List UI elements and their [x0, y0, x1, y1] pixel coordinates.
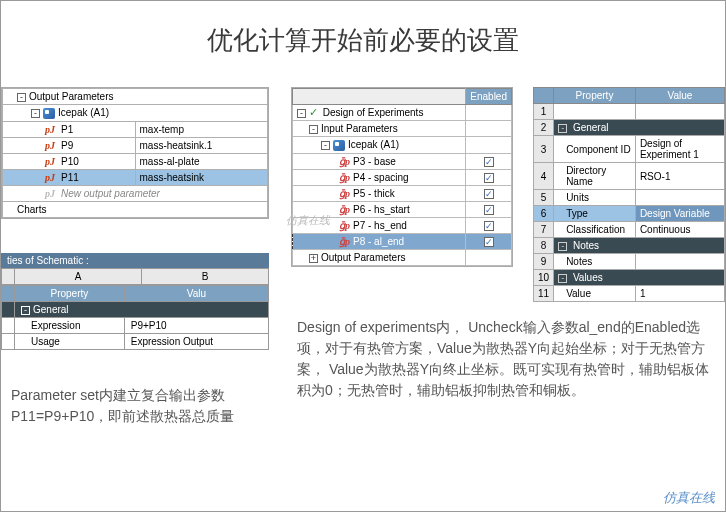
section-general[interactable]: - General [554, 120, 725, 136]
enabled-checkbox[interactable] [484, 173, 494, 183]
check-icon: ✓ [309, 107, 320, 118]
right-caption: Design of experiments内， Uncheck输入参数al_en… [297, 317, 711, 401]
prop-row-selected[interactable]: 6TypeDesign Variable [534, 206, 725, 222]
charts-row[interactable]: Charts [3, 201, 268, 217]
param-icon: pJ [45, 140, 58, 151]
param-row[interactable]: pJP9mass-heatsink.1 [3, 137, 268, 153]
doe-root[interactable]: -✓ Design of Experiments [293, 105, 466, 121]
param-icon: pJ [45, 172, 58, 183]
doe-param-row[interactable]: ḡpP4 - spacing [293, 169, 512, 185]
schematic-properties-panel: ties of Schematic : A B PropertyValu -Ge… [1, 253, 269, 350]
general-section[interactable]: -General [15, 302, 269, 318]
prop-row[interactable]: 5Units [534, 190, 725, 206]
param-icon: ḡp [339, 156, 350, 167]
enabled-checkbox[interactable] [484, 237, 494, 247]
value-header: Valu [124, 286, 268, 302]
value-col: Value [635, 88, 724, 104]
param-icon: pJ [45, 188, 58, 199]
prop-row[interactable]: 4Directory NameRSO-1 [534, 163, 725, 190]
left-caption: Parameter set内建立复合输出参数 P11=P9+P10，即前述散热器… [11, 385, 267, 427]
param-icon: ḡp [339, 204, 350, 215]
param-icon: ḡp [339, 188, 350, 199]
doe-param-row[interactable]: ḡpP5 - thick [293, 185, 512, 201]
prop-row[interactable]: 9Notes [534, 254, 725, 270]
enabled-header: Enabled [466, 89, 512, 105]
prop-row[interactable]: 11Value1 [534, 286, 725, 302]
enabled-checkbox[interactable] [484, 157, 494, 167]
slide-title: 优化计算开始前必要的设置 [1, 1, 725, 72]
input-params-node[interactable]: -Input Parameters [293, 121, 466, 137]
doe-param-row-selected[interactable]: ḡpP8 - al_end [293, 233, 512, 249]
param-icon: ḡp [339, 236, 350, 247]
enabled-checkbox[interactable] [484, 205, 494, 215]
section-values[interactable]: - Values [554, 270, 725, 286]
col-b: B [142, 269, 269, 285]
property-grid: PropertyValue 1 2- General 3Component ID… [533, 87, 725, 302]
param-row[interactable]: pJP10mass-al-plate [3, 153, 268, 169]
param-icon: pJ [45, 124, 58, 135]
doe-panel: Enabled -✓ Design of Experiments -Input … [291, 87, 513, 267]
param-row-selected[interactable]: pJP11mass-heatsink [3, 169, 268, 185]
param-icon: ḡp [339, 220, 350, 231]
prop-row[interactable]: ExpressionP9+P10 [2, 318, 269, 334]
doe-param-row[interactable]: ḡpP3 - base [293, 153, 512, 169]
param-row[interactable]: pJP1max-temp [3, 121, 268, 137]
col-a: A [15, 269, 142, 285]
property-col: Property [554, 88, 636, 104]
output-params-header[interactable]: -Output Parameters [3, 89, 268, 105]
enabled-checkbox[interactable] [484, 221, 494, 231]
output-parameters-panel: -Output Parameters -Icepak (A1) pJP1max-… [1, 87, 269, 219]
icepak-group[interactable]: -Icepak (A1) [3, 105, 268, 122]
enabled-checkbox[interactable] [484, 189, 494, 199]
watermark-mid: 仿真在线 [286, 213, 330, 228]
icepak-icon [43, 108, 55, 119]
property-header: Property [15, 286, 125, 302]
prop-row[interactable]: UsageExpression Output [2, 334, 269, 350]
new-param-row[interactable]: pJNew output parameter [3, 185, 268, 201]
watermark: 仿真在线 [663, 489, 715, 507]
param-icon: pJ [45, 156, 58, 167]
param-icon: ḡp [339, 172, 350, 183]
prop-row[interactable]: 3Component IDDesign of Experiment 1 [534, 136, 725, 163]
icepak-node[interactable]: -Icepak (A1) [293, 137, 466, 154]
prop-row[interactable]: 7ClassificationContinuous [534, 222, 725, 238]
output-params-node[interactable]: +Output Parameters [293, 249, 466, 265]
schematic-title: ties of Schematic : [1, 253, 269, 268]
icepak-icon [333, 140, 345, 151]
section-notes[interactable]: - Notes [554, 238, 725, 254]
